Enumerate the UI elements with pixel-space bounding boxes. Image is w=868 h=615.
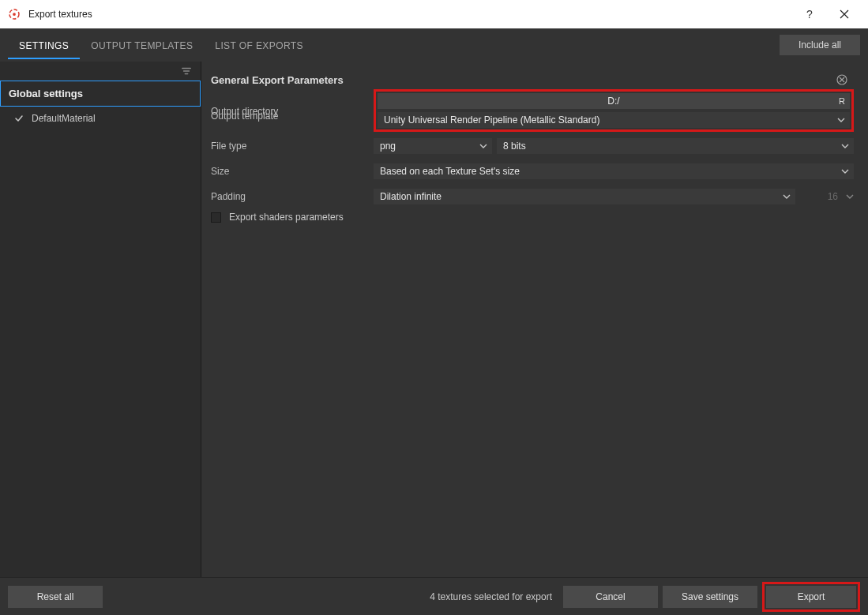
save-settings-button[interactable]: Save settings [663, 586, 757, 608]
export-button[interactable]: Export [766, 586, 856, 608]
output-template-value: Unity Universal Render Pipeline (Metalli… [384, 114, 599, 126]
chevron-down-icon [837, 116, 845, 124]
svg-point-1 [13, 13, 16, 16]
export-shaders-checkbox[interactable] [211, 212, 221, 223]
label-size: Size [206, 166, 374, 177]
sidebar-global-settings[interactable]: Global settings [0, 81, 201, 107]
bit-depth-select[interactable]: 8 bits [497, 138, 854, 154]
output-directory-value: D:/ [607, 96, 619, 107]
tab-output-templates[interactable]: OUTPUT TEMPLATES [80, 31, 204, 59]
highlight-output: D:/ R Unity Universal Render Pipeline (M… [374, 89, 854, 132]
output-directory-suffix: R [839, 96, 845, 106]
chevron-down-icon [479, 142, 487, 150]
chevron-down-icon [783, 193, 791, 201]
sidebar-filter[interactable] [0, 62, 201, 81]
chevron-down-icon [846, 193, 854, 201]
footer: Reset all 4 textures selected for export… [0, 577, 868, 615]
padding-value: Dilation infinite [380, 191, 442, 202]
output-template-select[interactable]: Unity Universal Render Pipeline (Metalli… [378, 112, 850, 128]
chevron-down-icon [841, 142, 849, 150]
include-all-button[interactable]: Include all [780, 35, 860, 55]
padding-pixel-value: 16 [803, 191, 838, 202]
export-shaders-label: Export shaders parameters [229, 212, 344, 223]
padding-select[interactable]: Dilation infinite [374, 189, 795, 204]
material-name: DefaultMaterial [32, 113, 96, 124]
size-value: Based on each Texture Set's size [380, 166, 520, 177]
app-icon [6, 6, 22, 22]
reset-params-icon[interactable] [835, 73, 849, 87]
cancel-button[interactable]: Cancel [563, 586, 658, 608]
filter-icon [180, 66, 193, 77]
highlight-export: Export [762, 582, 860, 612]
tab-settings[interactable]: SETTINGS [8, 31, 80, 59]
tab-list-of-exports[interactable]: LIST OF EXPORTS [204, 31, 314, 59]
window-title: Export textures [28, 9, 792, 20]
bit-depth-value: 8 bits [503, 141, 526, 152]
topbar: SETTINGS OUTPUT TEMPLATES LIST OF EXPORT… [0, 28, 868, 62]
content-title: General Export Parameters [211, 74, 344, 86]
label-padding: Padding [206, 191, 374, 202]
reset-all-button[interactable]: Reset all [8, 586, 103, 608]
file-type-value: png [380, 141, 396, 152]
size-select[interactable]: Based on each Texture Set's size [374, 163, 854, 179]
check-icon [14, 114, 24, 123]
content-panel: General Export Parameters Output directo… [201, 62, 868, 577]
sidebar: Global settings DefaultMaterial [0, 62, 201, 577]
close-button[interactable] [827, 3, 862, 25]
titlebar: Export textures ? [0, 0, 868, 28]
export-form: Output directory D:/ R Unity Universal R… [206, 99, 854, 223]
export-status: 4 textures selected for export [430, 591, 552, 602]
export-shaders-row[interactable]: Export shaders parameters [206, 212, 854, 223]
label-file-type: File type [206, 141, 374, 152]
sidebar-item-material[interactable]: DefaultMaterial [0, 107, 201, 130]
label-output-dir: Output directory [206, 106, 374, 117]
tab-strip: SETTINGS OUTPUT TEMPLATES LIST OF EXPORT… [8, 31, 314, 59]
output-directory-field[interactable]: D:/ R [378, 93, 850, 109]
help-button[interactable]: ? [792, 3, 827, 25]
chevron-down-icon [841, 167, 849, 175]
file-type-select[interactable]: png [374, 138, 492, 154]
